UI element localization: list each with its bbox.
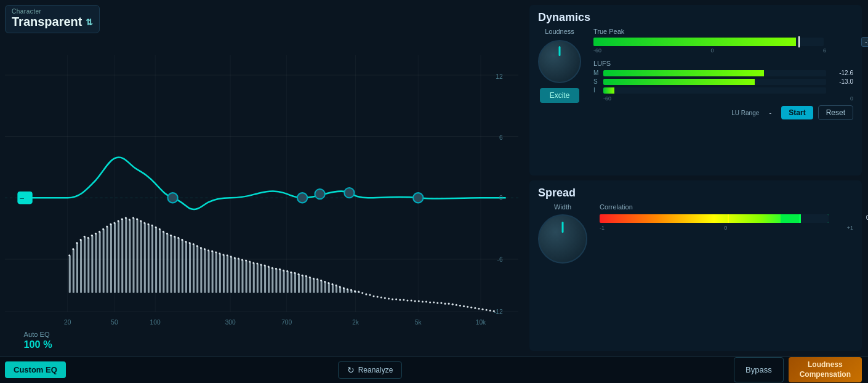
svg-point-178 — [260, 264, 262, 266]
dynamics-inner: Loudness Excite True Peak - — [538, 28, 853, 120]
correlation-label: Correlation — [600, 203, 853, 211]
eq-svg: ─ 12 6 0 -6 -12 20 50 100 300 700 2k 5k … — [5, 5, 518, 356]
svg-point-214 — [395, 298, 397, 300]
bypass-button[interactable]: Bypass — [734, 357, 784, 382]
svg-text:50: 50 — [111, 319, 118, 326]
svg-text:2k: 2k — [352, 319, 360, 326]
loudness-label: Loudness — [545, 28, 574, 35]
reanalyze-icon: ↻ — [347, 365, 355, 375]
svg-rect-73 — [294, 273, 296, 293]
svg-rect-51 — [212, 251, 214, 293]
svg-rect-32 — [140, 221, 142, 293]
svg-point-223 — [429, 302, 431, 304]
svg-rect-13 — [69, 256, 71, 293]
svg-rect-57 — [234, 258, 236, 293]
svg-rect-70 — [283, 270, 285, 293]
svg-point-174 — [245, 259, 247, 261]
true-peak-scale-mid: 0 — [710, 47, 713, 54]
svg-rect-68 — [275, 268, 277, 293]
svg-point-228 — [448, 303, 450, 305]
svg-point-185 — [286, 270, 288, 272]
svg-rect-62 — [253, 263, 255, 293]
svg-point-159 — [189, 242, 191, 244]
svg-point-212 — [388, 297, 390, 299]
arrows-icon[interactable]: ⇅ — [86, 17, 93, 27]
svg-point-216 — [403, 299, 404, 301]
svg-point-132 — [87, 237, 89, 239]
bottom-right: Bypass Loudness Compensation — [734, 357, 862, 382]
svg-point-143 — [129, 219, 131, 220]
lufs-scale: -60 0 — [593, 95, 853, 102]
correlation-bar — [600, 214, 829, 223]
lufs-section: LUFS M -12.6 S — [593, 60, 853, 102]
dynamics-section: Dynamics Loudness Excite True Peak — [529, 5, 862, 175]
main-layout: Character Transparent ⇅ — [0, 0, 868, 356]
svg-point-191 — [309, 276, 311, 278]
svg-rect-67 — [271, 268, 273, 293]
svg-rect-34 — [148, 224, 150, 293]
svg-point-158 — [185, 241, 187, 243]
svg-rect-16 — [80, 240, 82, 292]
svg-point-200 — [343, 287, 345, 289]
svg-point-133 — [91, 235, 93, 236]
custom-eq-button[interactable]: Custom EQ — [5, 361, 66, 378]
character-value: Transparent ⇅ — [12, 15, 93, 29]
svg-point-167 — [219, 252, 220, 254]
svg-point-197 — [331, 283, 333, 285]
svg-text:20: 20 — [64, 319, 71, 326]
reanalyze-label: Reanalyze — [358, 366, 393, 374]
svg-point-189 — [302, 275, 303, 276]
svg-rect-29 — [129, 220, 131, 293]
svg-rect-77 — [309, 277, 311, 292]
svg-rect-53 — [219, 254, 221, 293]
loudness-comp-button[interactable]: Loudness Compensation — [789, 357, 862, 382]
svg-rect-27 — [121, 219, 123, 293]
svg-point-160 — [193, 243, 195, 245]
svg-point-239 — [489, 310, 491, 312]
svg-rect-79 — [317, 279, 319, 292]
svg-point-130 — [80, 239, 82, 241]
svg-point-147 — [143, 222, 145, 224]
width-knob[interactable] — [538, 214, 587, 264]
loudness-knob[interactable] — [538, 40, 581, 83]
svg-rect-36 — [155, 227, 157, 293]
svg-point-136 — [102, 228, 104, 230]
svg-point-154 — [170, 235, 172, 236]
svg-text:Auto EQ: Auto EQ — [24, 331, 50, 338]
svg-point-231 — [459, 305, 461, 307]
lufs-m-fill — [603, 70, 764, 76]
svg-point-236 — [478, 308, 480, 310]
svg-text:─: ─ — [19, 195, 24, 201]
svg-point-193 — [316, 278, 318, 280]
svg-point-222 — [425, 301, 427, 303]
svg-point-210 — [380, 296, 382, 298]
svg-rect-60 — [246, 260, 247, 293]
reset-button[interactable]: Reset — [818, 105, 853, 120]
svg-rect-83 — [332, 284, 334, 293]
svg-point-173 — [241, 259, 243, 260]
lufs-s-bar — [603, 79, 826, 85]
svg-point-209 — [377, 296, 379, 297]
svg-point-226 — [440, 302, 442, 304]
svg-rect-84 — [336, 286, 337, 293]
excite-button[interactable]: Excite — [540, 88, 580, 103]
svg-point-237 — [482, 308, 484, 310]
svg-point-204 — [358, 291, 360, 292]
start-button[interactable]: Start — [781, 106, 813, 119]
svg-rect-30 — [132, 218, 134, 293]
svg-point-141 — [121, 218, 123, 220]
lufs-scale-max: 0 — [850, 95, 853, 102]
lufs-i-fill — [603, 87, 614, 94]
svg-point-242 — [297, 193, 307, 203]
svg-rect-64 — [260, 265, 262, 293]
true-peak-bar — [593, 38, 824, 46]
true-peak-label: True Peak — [593, 28, 853, 35]
meters-block: True Peak -1.0 -60 0 6 — [593, 28, 853, 120]
svg-point-153 — [166, 233, 168, 235]
width-block: Width — [538, 203, 587, 264]
left-panel: Character Transparent ⇅ — [0, 0, 523, 356]
svg-rect-52 — [215, 252, 217, 293]
svg-text:-12: -12 — [494, 308, 503, 315]
reanalyze-button[interactable]: ↻ Reanalyze — [338, 361, 403, 379]
svg-point-188 — [297, 273, 299, 275]
